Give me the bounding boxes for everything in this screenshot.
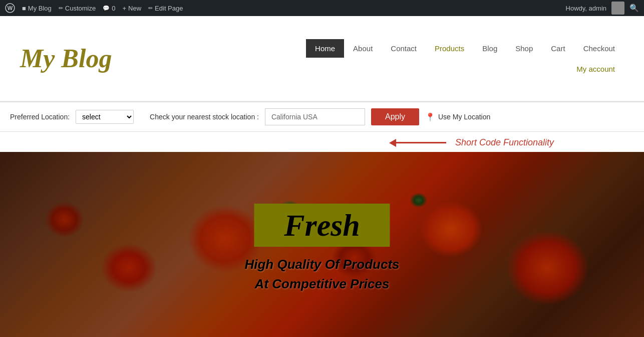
wordpress-icon: W bbox=[5, 3, 15, 13]
edit-page-label: Edit Page bbox=[155, 5, 183, 12]
arrow-line bbox=[389, 139, 446, 147]
annotation-bar: Short Code Functionality bbox=[0, 132, 644, 152]
location-pin-icon: 📍 bbox=[425, 112, 435, 122]
hero-content: Fresh High Quality Of Products At Compet… bbox=[244, 204, 399, 294]
my-blog-admin-link[interactable]: ■ My Blog bbox=[22, 5, 52, 12]
nav-row-2: My account bbox=[249, 60, 624, 78]
edit-page-link[interactable]: ✏ Edit Page bbox=[148, 5, 183, 12]
arrow-head-icon bbox=[389, 139, 396, 147]
site-logo[interactable]: My Blog bbox=[20, 46, 112, 72]
arrow-shaft bbox=[396, 142, 446, 143]
svg-text:W: W bbox=[8, 5, 13, 11]
hero-subtitle-line2: At Competitive Prices bbox=[244, 274, 399, 294]
customize-link[interactable]: ✏ Customize bbox=[59, 5, 96, 12]
use-location-label: Use My Location bbox=[438, 113, 490, 121]
use-my-location[interactable]: 📍 Use My Location bbox=[425, 112, 490, 122]
nav-item-blog[interactable]: Blog bbox=[473, 39, 506, 58]
hero-subtitle-line1: High Quality Of Products bbox=[244, 255, 399, 274]
new-link[interactable]: + New bbox=[122, 5, 141, 12]
annotation-text: Short Code Functionality bbox=[455, 137, 554, 148]
site-header: My Blog Home About Contact Products Blog… bbox=[0, 16, 644, 101]
nav-item-home[interactable]: Home bbox=[306, 39, 344, 58]
preferred-location-label: Preferred Location: bbox=[10, 113, 70, 121]
main-nav: Home About Contact Products Blog Shop Ca… bbox=[249, 39, 624, 78]
comments-count: 0 bbox=[112, 5, 115, 12]
hero-subtitle: High Quality Of Products At Competitive … bbox=[244, 255, 399, 294]
comments-link[interactable]: 💬 0 bbox=[103, 5, 115, 12]
admin-avatar[interactable] bbox=[611, 2, 624, 15]
nav-item-shop[interactable]: Shop bbox=[506, 39, 542, 58]
new-label: New bbox=[128, 5, 141, 12]
blog-name-admin: My Blog bbox=[28, 5, 52, 12]
customize-label: Customize bbox=[65, 5, 96, 12]
location-input[interactable] bbox=[265, 108, 365, 125]
admin-bar: W ■ My Blog ✏ Customize 💬 0 + New ✏ Edit… bbox=[0, 0, 644, 16]
wp-logo-item[interactable]: W bbox=[5, 3, 15, 13]
search-icon[interactable]: 🔍 bbox=[629, 4, 639, 13]
check-nearest-label: Check your nearest stock location : bbox=[150, 113, 259, 121]
fresh-box: Fresh bbox=[254, 204, 390, 247]
hero-section: Fresh High Quality Of Products At Compet… bbox=[0, 152, 644, 337]
nav-item-products[interactable]: Products bbox=[426, 39, 473, 58]
nav-item-checkout[interactable]: Checkout bbox=[574, 39, 624, 58]
howdy-text: Howdy, admin bbox=[566, 5, 606, 12]
nav-item-myaccount[interactable]: My account bbox=[567, 60, 624, 78]
nav-item-cart[interactable]: Cart bbox=[542, 39, 574, 58]
nav-row-1: Home About Contact Products Blog Shop Ca… bbox=[249, 39, 624, 58]
preferred-location-select[interactable]: select New York Los Angeles Chicago Hous… bbox=[76, 110, 134, 124]
nav-item-contact[interactable]: Contact bbox=[382, 39, 426, 58]
shortcode-annotation: Short Code Functionality bbox=[389, 137, 554, 148]
location-bar: Preferred Location: select New York Los … bbox=[0, 102, 644, 132]
fresh-text: Fresh bbox=[284, 208, 360, 242]
nav-item-about[interactable]: About bbox=[344, 39, 382, 58]
apply-button[interactable]: Apply bbox=[371, 108, 419, 125]
